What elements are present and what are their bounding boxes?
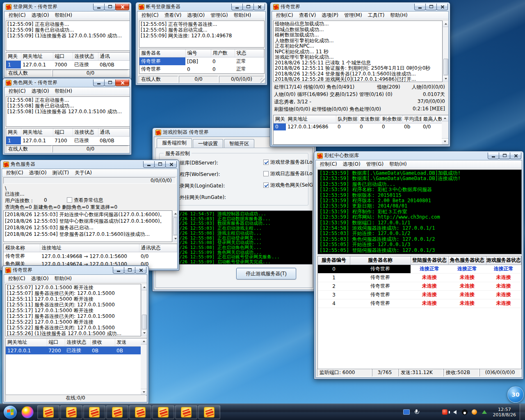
tab-one-key-setup[interactable]: 一键设置 <box>193 139 223 148</box>
scroll-down-button[interactable] <box>142 330 147 336</box>
column-header[interactable]: 角色服务器状态 <box>448 256 486 265</box>
menu-item[interactable]: 查看(V) <box>296 12 319 19</box>
column-header[interactable]: 网关地址 <box>21 128 53 137</box>
column-header[interactable]: 网关地址 <box>6 338 47 347</box>
scroll-down-button[interactable] <box>173 235 178 242</box>
close-button[interactable] <box>253 4 265 10</box>
menu-item[interactable]: 管理(M) <box>341 12 365 19</box>
titlebar[interactable]: 传奇世界 <box>4 266 147 274</box>
column-header[interactable]: 连接状态 <box>73 52 98 61</box>
close-button[interactable] <box>436 4 448 10</box>
table-row[interactable]: 3 传奇世界 未连接 未连接 未连接 <box>318 290 521 299</box>
column-header[interactable]: 网关 <box>274 115 286 123</box>
vertical-scrollbar[interactable] <box>442 115 448 144</box>
menu-item[interactable]: 查看(V) <box>162 12 185 19</box>
log-output[interactable]: [12:55:08] 正在启动服务... [12:55:08] 服务已启动成功.… <box>6 96 130 127</box>
maximize-button[interactable] <box>124 267 135 274</box>
scrollbar-thumb[interactable] <box>173 217 178 235</box>
menu-item[interactable]: 控制(C) <box>5 275 28 282</box>
column-header[interactable]: 连接状态 <box>65 338 90 347</box>
column-header[interactable]: 状态 <box>235 49 264 57</box>
titlebar[interactable]: 角色服务器 <box>2 160 178 169</box>
download-icon[interactable] <box>471 409 478 416</box>
close-button[interactable] <box>115 4 129 10</box>
qq-icon[interactable] <box>461 409 468 416</box>
scrollbar-thumb[interactable] <box>142 315 147 329</box>
log-output[interactable]: 怪物物品信息加载成功... 回城点数据加载成功... 植树数据加载成功... 人… <box>273 21 443 82</box>
column-header[interactable]: 端口 <box>47 338 65 347</box>
column-header[interactable]: 登陆服务器状态 <box>411 256 448 265</box>
menu-item[interactable]: 帮助(H) <box>52 275 75 282</box>
stop-server-button[interactable]: 停止游戏服务器(T) <box>236 268 296 279</box>
column-header[interactable]: 队列数据 <box>336 115 358 123</box>
menu-item[interactable]: 选项(O) <box>26 169 50 176</box>
log-output[interactable]: [2018/8/26 12:55:03] 开始连接中心数据库伺服器(127.0.… <box>3 210 172 242</box>
vertical-scrollbar[interactable] <box>172 210 178 242</box>
menu-item[interactable]: 管理(G) <box>208 12 231 19</box>
column-header[interactable]: 用户数 <box>211 49 235 57</box>
maximize-button[interactable] <box>499 153 510 159</box>
taskbar-app-button[interactable] <box>37 405 59 419</box>
scroll-up-button[interactable] <box>173 211 178 217</box>
maximize-button[interactable] <box>242 4 254 10</box>
maximize-button[interactable] <box>154 161 166 168</box>
table-row[interactable]: 127.0.0.1 7200 已连接 0B 0B <box>6 347 142 355</box>
taskbar-app-button[interactable] <box>106 405 128 419</box>
start-button[interactable] <box>0 404 21 420</box>
column-header[interactable]: 网关 <box>6 128 21 137</box>
table-row[interactable]: 传奇世界 0 0 正常 <box>139 65 264 73</box>
column-header[interactable]: 发送数据 <box>358 115 380 123</box>
minimize-button[interactable] <box>231 4 243 10</box>
menu-item[interactable]: 选项(P) <box>319 12 341 19</box>
log-output[interactable]: [12:55:09] 正在启动服务... [12:55:09] 服务已启动成功.… <box>6 21 130 51</box>
column-header[interactable]: 服务器名称 <box>350 256 411 265</box>
column-header[interactable]: 通讯 <box>98 52 130 61</box>
clock[interactable]: 12:57 2018/8/26 <box>489 407 520 418</box>
menu-item[interactable]: 控制(C) <box>3 169 26 176</box>
menu-item[interactable]: 帮助(H) <box>52 88 75 95</box>
maximize-button[interactable] <box>104 4 116 10</box>
update-icon[interactable] <box>481 409 488 416</box>
tab-server-control[interactable]: 服务端控制 <box>157 138 192 148</box>
column-header[interactable]: 通讯状态 <box>139 244 177 252</box>
close-button[interactable] <box>510 153 521 159</box>
scroll-up-button[interactable] <box>141 338 147 345</box>
menu-item[interactable]: 控制(C) <box>139 12 162 19</box>
table-row[interactable]: 1 传奇世界 未连接 未连接 未连接 <box>318 273 521 282</box>
taskbar-app-button[interactable] <box>60 405 82 419</box>
vertical-scrollbar[interactable] <box>141 284 147 336</box>
menu-item[interactable]: 控制(C) <box>6 12 29 19</box>
titlebar[interactable]: 帐号登录服务器 <box>137 2 266 11</box>
column-header[interactable]: 模块名称 <box>4 244 40 252</box>
menu-item[interactable]: 选项(O) <box>184 12 208 19</box>
minimize-button[interactable] <box>488 153 499 159</box>
taskbar-app-button[interactable] <box>175 405 197 419</box>
table-row[interactable]: 4 传奇世界 未连接 未连接 未连接 <box>318 299 521 308</box>
menu-item[interactable]: 管理(G) <box>363 161 387 168</box>
column-header[interactable]: 最高人数 <box>421 115 443 123</box>
minimize-button[interactable] <box>414 4 426 10</box>
titlebar[interactable]: 角色网关 - 传奇世界 <box>4 78 130 87</box>
taskbar-app-button[interactable] <box>129 405 151 419</box>
column-header[interactable]: 连接地址 <box>40 244 139 252</box>
browser-icon[interactable] <box>21 406 34 418</box>
menu-item[interactable]: 选项(O) <box>29 12 52 19</box>
table-row[interactable]: 0 传奇世界 连接正常 连接正常 连接正常 <box>318 265 521 273</box>
column-header[interactable]: 服务器编号 <box>318 256 350 265</box>
table-row[interactable]: 0 127.0.0.1:49686 0 0 0 0b 0/0 <box>274 123 443 130</box>
abnormal-info-checkbox[interactable]: 查看异常信息 <box>67 197 103 204</box>
menu-item[interactable]: 控制(C) <box>317 161 340 168</box>
close-button[interactable] <box>115 80 129 86</box>
login-server-checkbox[interactable]: 游戏登录服务器(Logi <box>263 159 313 166</box>
volume-icon[interactable] <box>451 409 459 416</box>
notification-badge[interactable]: 30 <box>507 386 524 403</box>
maximize-button[interactable] <box>425 4 437 10</box>
table-row[interactable]: 1 127.0.0.1 7000 已连接 0B/0B <box>6 61 130 69</box>
taskbar-app-button[interactable] <box>198 405 220 419</box>
menu-item[interactable]: 帮助(H) <box>386 161 409 168</box>
menu-item[interactable]: 帮助(H) <box>52 12 75 19</box>
security-icon[interactable] <box>441 409 449 416</box>
show-desktop-button[interactable] <box>520 404 525 420</box>
minimize-button[interactable] <box>93 4 105 10</box>
tab-smart-open[interactable]: 智能开区 <box>224 139 254 148</box>
